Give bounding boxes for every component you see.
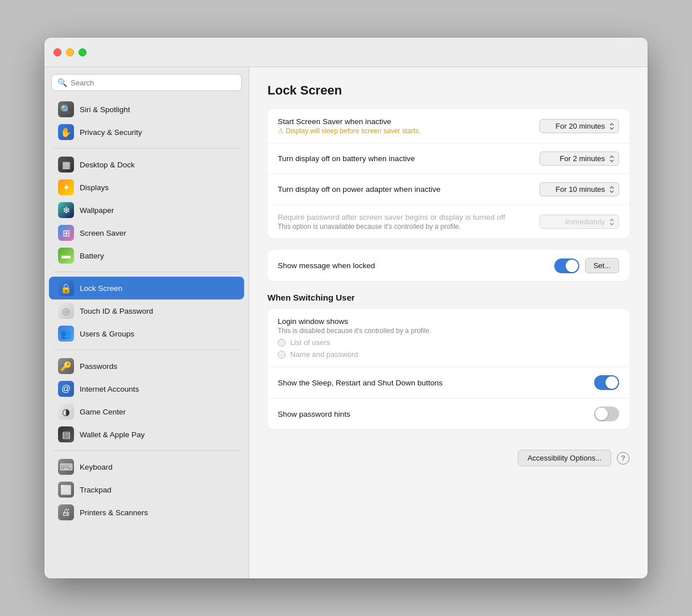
setting-row-login-window: Login window showsThis is disabled becau… [267, 309, 629, 367]
sidebar-label-lockscreen: Lock Screen [80, 284, 122, 293]
sidebar-label-wallet: Wallet & Apple Pay [80, 430, 145, 439]
sidebar-item-privacy[interactable]: ✋Privacy & Security [49, 121, 244, 143]
sidebar-label-printers: Printers & Scanners [80, 508, 148, 517]
sidebar-item-keyboard[interactable]: ⌨Keyboard [49, 455, 244, 478]
battery-icon: ▬ [58, 248, 74, 264]
sidebar-item-users[interactable]: 👥Users & Groups [49, 322, 244, 345]
sidebar-item-lockscreen[interactable]: 🔒Lock Screen [49, 277, 244, 299]
setting-row-show-message: Show message when lockedSet... [267, 250, 629, 281]
sidebar-label-passwords: Passwords [80, 362, 117, 371]
setting-row-display-power: Turn display off on power adapter when i… [267, 174, 629, 205]
select-display-power[interactable]: For 10 minutes [539, 182, 619, 196]
main-window: 🔍 🔍Siri & Spotlight✋Privacy & Security▦D… [44, 38, 648, 578]
touchid-icon: ◎ [58, 303, 74, 319]
radio-circle-0[interactable] [278, 339, 286, 347]
minimize-button[interactable] [66, 48, 74, 56]
radio-item-0: List of users [278, 338, 610, 347]
siri-icon: 🔍 [58, 101, 74, 117]
sidebar-items: 🔍Siri & Spotlight✋Privacy & Security▦Des… [44, 98, 249, 524]
radio-circle-1[interactable] [278, 351, 286, 359]
sidebar-label-internet: Internet Accounts [80, 385, 139, 393]
setting-label-require-password: Require password after screen saver begi… [278, 213, 530, 221]
sidebar-item-wallpaper[interactable]: ❄Wallpaper [49, 199, 244, 221]
toggle-password-hints[interactable] [594, 406, 619, 421]
desktop-icon: ▦ [58, 157, 74, 173]
help-button[interactable]: ? [617, 452, 629, 465]
passwords-icon: 🔑 [58, 358, 74, 374]
sidebar-item-touchid[interactable]: ◎Touch ID & Password [49, 299, 244, 322]
sidebar-item-internet[interactable]: @Internet Accounts [49, 377, 244, 400]
sidebar-item-screensaver[interactable]: ⊞Screen Saver [49, 221, 244, 244]
setting-row-left-display-battery: Turn display off on battery when inactiv… [278, 154, 530, 163]
displays-icon: ✦ [58, 179, 74, 195]
sidebar-label-siri: Siri & Spotlight [80, 105, 130, 114]
setting-sublabel-require-password: This option is unavailable because it's … [278, 223, 530, 231]
setting-row-left-require-password: Require password after screen saver begi… [278, 213, 530, 231]
toggle-sleep-restart[interactable] [594, 375, 619, 390]
bottom-bar: Accessibility Options... ? [267, 441, 629, 469]
sidebar-divider [53, 450, 240, 451]
traffic-lights [53, 48, 86, 56]
setting-row-screen-saver: Start Screen Saver when inactive⚠ Displa… [267, 109, 629, 143]
sidebar-item-displays[interactable]: ✦Displays [49, 176, 244, 199]
setting-row-left-display-power: Turn display off on power adapter when i… [278, 185, 530, 194]
select-screen-saver[interactable]: For 20 minutes [539, 119, 619, 133]
sidebar-item-gamecenter[interactable]: ◑Game Center [49, 400, 244, 423]
sidebar-label-trackpad: Trackpad [80, 486, 112, 494]
set-button-show-message[interactable]: Set... [585, 258, 619, 273]
search-container: 🔍 [44, 74, 249, 98]
section2-rows: Show message when lockedSet... [267, 250, 629, 281]
accessibility-options-button[interactable]: Accessibility Options... [518, 450, 611, 466]
setting-control-show-message: Set... [554, 258, 619, 273]
gamecenter-icon: ◑ [58, 404, 74, 420]
setting-label-display-power: Turn display off on power adapter when i… [278, 185, 530, 194]
main-panel: Lock Screen Start Screen Saver when inac… [249, 67, 648, 578]
search-box[interactable]: 🔍 [51, 74, 242, 91]
setting-row-left-login-window: Login window showsThis is disabled becau… [278, 317, 610, 359]
sidebar-item-siri[interactable]: 🔍Siri & Spotlight [49, 98, 244, 121]
sidebar-label-gamecenter: Game Center [80, 408, 126, 416]
printers-icon: 🖨 [58, 504, 74, 520]
screensaver-icon: ⊞ [58, 225, 74, 241]
page-title: Lock Screen [267, 83, 629, 98]
search-input[interactable] [71, 79, 236, 87]
setting-label-login-window: Login window shows [278, 317, 610, 326]
toggle-knob-password-hints [595, 408, 608, 420]
setting-row-left-password-hints: Show password hints [278, 410, 585, 418]
sidebar-item-printers[interactable]: 🖨Printers & Scanners [49, 501, 244, 524]
close-button[interactable] [53, 48, 61, 56]
toggle-knob-sleep-restart [606, 376, 618, 389]
sidebar-label-desktop: Desktop & Dock [80, 161, 135, 169]
setting-label-show-message: Show message when locked [278, 261, 545, 270]
sidebar-label-privacy: Privacy & Security [80, 128, 142, 137]
setting-control-require-password: Immediately [539, 215, 619, 229]
setting-row-left-screen-saver: Start Screen Saver when inactive⚠ Displa… [278, 117, 530, 135]
sidebar-label-screensaver: Screen Saver [80, 229, 126, 237]
search-icon: 🔍 [57, 78, 67, 87]
setting-label-screen-saver: Start Screen Saver when inactive [278, 117, 530, 126]
sidebar-item-desktop[interactable]: ▦Desktop & Dock [49, 153, 244, 176]
trackpad-icon: ⬜ [58, 482, 74, 498]
keyboard-icon: ⌨ [58, 459, 74, 475]
settings-card-1: Start Screen Saver when inactive⚠ Displa… [267, 109, 629, 239]
sidebar-divider [53, 148, 240, 149]
sidebar-item-passwords[interactable]: 🔑Passwords [49, 355, 244, 377]
wallpaper-icon: ❄ [58, 202, 74, 218]
setting-label-password-hints: Show password hints [278, 410, 585, 418]
privacy-icon: ✋ [58, 124, 74, 140]
select-display-battery[interactable]: For 2 minutes [539, 151, 619, 166]
lockscreen-icon: 🔒 [58, 280, 74, 296]
radio-label-0: List of users [290, 338, 330, 347]
maximize-button[interactable] [79, 48, 86, 56]
sidebar-item-battery[interactable]: ▬Battery [49, 244, 244, 267]
setting-sublabel-login-window: This is disabled because it's controlled… [278, 327, 610, 335]
wallet-icon: ▤ [58, 426, 74, 442]
sidebar-item-wallet[interactable]: ▤Wallet & Apple Pay [49, 423, 244, 446]
when-switching-header: When Switching User [267, 293, 629, 302]
sidebar-item-trackpad[interactable]: ⬜Trackpad [49, 478, 244, 501]
select-require-password: Immediately [539, 215, 619, 229]
internet-icon: @ [58, 381, 74, 397]
sidebar-label-displays: Displays [80, 183, 109, 192]
settings-card-3: Login window showsThis is disabled becau… [267, 309, 629, 429]
toggle-show-message[interactable] [554, 258, 579, 273]
